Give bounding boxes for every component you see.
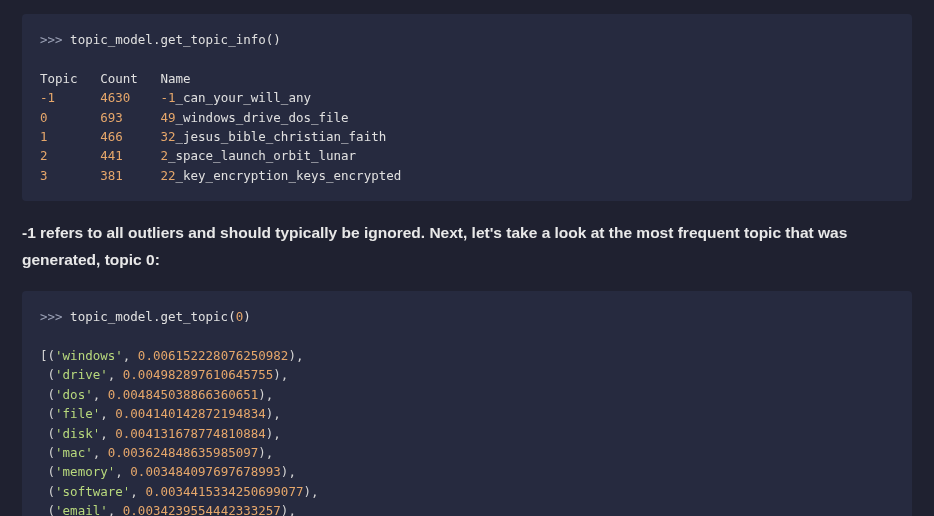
table-row: 1 466 32_jesus_bible_christian_faith (40, 129, 386, 144)
prompt: >>> (40, 32, 63, 47)
list-open: [( (40, 348, 55, 363)
table-header: Topic Count Name (40, 71, 191, 86)
code-block-topic-info: >>> topic_model.get_topic_info() Topic C… (22, 14, 912, 201)
code-block-get-topic: >>> topic_model.get_topic(0) [('windows'… (22, 291, 912, 516)
code-content: >>> topic_model.get_topic_info() Topic C… (40, 30, 894, 185)
call: topic_model.get_topic(0) (70, 309, 251, 324)
call: topic_model.get_topic_info() (70, 32, 281, 47)
table-row: -1 4630 -1_can_your_will_any (40, 90, 311, 105)
table-row: 0 693 49_windows_drive_dos_file (40, 110, 349, 125)
table-row: 3 381 22_key_encryption_keys_encrypted (40, 168, 401, 183)
code-content: >>> topic_model.get_topic(0) [('windows'… (40, 307, 894, 516)
prompt: >>> (40, 309, 63, 324)
table-row: 2 441 2_space_launch_orbit_lunar (40, 148, 356, 163)
paragraph-text: -1 refers to all outliers and should typ… (22, 219, 912, 273)
